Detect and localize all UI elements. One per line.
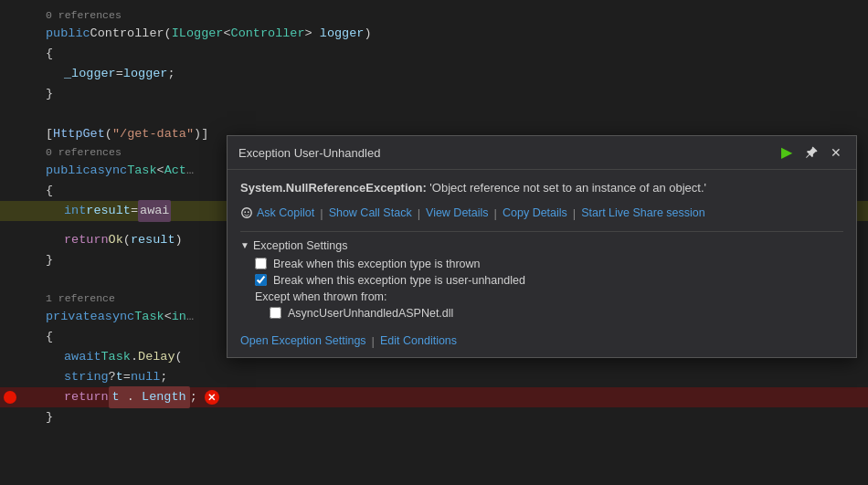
ask-copilot-link[interactable]: Ask Copilot [257, 206, 314, 219]
exception-text: 'Object reference not set to an instance… [429, 181, 706, 195]
code-line-logger-assign: _logger = logger ; [0, 64, 868, 84]
svg-point-0 [242, 208, 252, 218]
exception-settings: ▼ Exception Settings Break when this exc… [240, 231, 843, 320]
popup-header: Exception User-Unhandled ▶ ✕ [228, 136, 856, 170]
pin-button[interactable] [801, 144, 821, 161]
code-line-return-t-length: return t . Length ; ✕ [0, 387, 868, 407]
edit-conditions-link[interactable]: Edit Conditions [380, 334, 457, 347]
code-line-brace-close-3: } [0, 407, 868, 427]
code-line-string-t: string ? t = null ; [0, 367, 868, 387]
copy-details-link[interactable]: Copy Details [503, 206, 567, 219]
start-live-share-link[interactable]: Start Live Share session [581, 206, 705, 219]
exception-message: System.NullReferenceException: 'Object r… [240, 179, 843, 197]
popup-footer: Open Exception Settings | Edit Condition… [228, 327, 856, 357]
collapse-arrow-icon: ▼ [240, 240, 249, 250]
show-call-stack-link[interactable]: Show Call Stack [329, 206, 412, 219]
async-unhandled-checkbox[interactable] [270, 307, 281, 319]
exception-type: System.NullReferenceException: [240, 181, 427, 195]
popup-header-actions: ▶ ✕ [778, 143, 845, 162]
break-unhandled-label: Break when this exception type is user-u… [273, 274, 525, 287]
except-when-label: Except when thrown from: [255, 290, 843, 303]
error-badge: ✕ [205, 390, 219, 405]
checkbox-row-unhandled: Break when this exception type is user-u… [255, 274, 843, 287]
exception-settings-title: Exception Settings [253, 239, 348, 252]
exception-popup: Exception User-Unhandled ▶ ✕ System.Null… [227, 135, 857, 358]
break-thrown-label: Break when this exception type is thrown [273, 258, 481, 270]
popup-title: Exception User-Unhandled [238, 146, 380, 160]
copilot-icon [240, 206, 253, 219]
popup-body: System.NullReferenceException: 'Object r… [228, 170, 856, 327]
popup-links: Ask Copilot | Show Call Stack | View Det… [240, 206, 843, 220]
open-exception-settings-link[interactable]: Open Exception Settings [240, 334, 366, 347]
code-line-brace-open-1: { [0, 44, 868, 64]
checkbox-row-async: AsyncUserUnhandledASPNet.dll [270, 307, 843, 320]
checkbox-row-thrown: Break when this exception type is thrown [255, 258, 843, 270]
code-line-blank-1 [0, 104, 868, 124]
code-line-brace-close-1: } [0, 84, 868, 104]
ref-line-constructor: 0 references [0, 7, 868, 24]
view-details-link[interactable]: View Details [426, 206, 489, 219]
async-unhandled-label: AsyncUserUnhandledASPNet.dll [288, 307, 453, 320]
svg-point-2 [248, 211, 249, 213]
continue-button[interactable]: ▶ [778, 143, 796, 162]
breakpoint-indicator [4, 391, 16, 404]
code-line-constructor-sig: public Controller( ILogger < Controller … [0, 24, 868, 44]
svg-point-1 [244, 211, 246, 213]
break-unhandled-checkbox[interactable] [255, 274, 267, 286]
exception-settings-header: ▼ Exception Settings [240, 239, 843, 252]
break-thrown-checkbox[interactable] [255, 258, 267, 269]
close-button[interactable]: ✕ [827, 144, 845, 161]
